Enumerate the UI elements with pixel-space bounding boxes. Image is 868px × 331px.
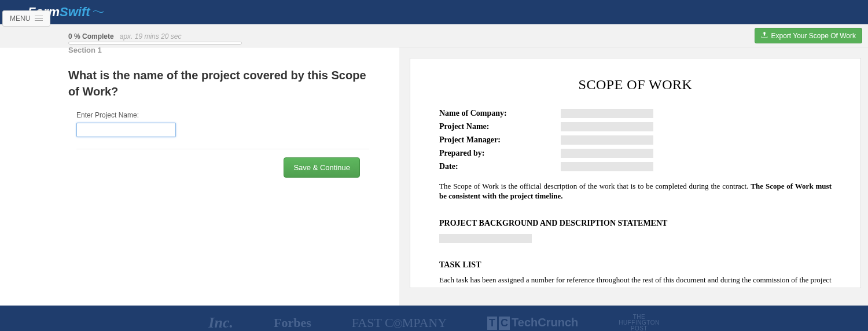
share-icon [761, 31, 768, 40]
progress-text: 0 % Complete apx. 19 mins 20 sec [68, 32, 370, 41]
footer-logo-inc: Inc. [208, 314, 233, 331]
doc-section-blank [439, 234, 532, 243]
progress-pct: 0 % Complete [68, 32, 114, 41]
document-preview[interactable]: SCOPE OF WORK Name of Company: Project N… [410, 58, 861, 288]
doc-section-heading: PROJECT BACKGROUND AND DESCRIPTION STATE… [439, 219, 832, 228]
hamburger-icon [35, 16, 43, 21]
field-label: Enter Project Name: [76, 111, 369, 119]
divider [76, 149, 369, 149]
form-pane: 0 % Complete apx. 19 mins 20 sec Section… [0, 47, 399, 306]
doc-field-label: Date: [439, 162, 561, 171]
section-label: Section 1 [68, 46, 370, 54]
tc-prefix-1: T [487, 317, 497, 330]
footer-logo-fastcompany: FAST COMPANY [352, 315, 447, 330]
doc-task-intro: Each task has been assigned a number for… [439, 275, 832, 285]
footer-fast-2: MPANY [402, 315, 447, 330]
doc-field-row: Prepared by: [439, 149, 832, 158]
progress-eta: apx. 19 mins 20 sec [120, 32, 182, 41]
doc-field-blank [561, 162, 653, 171]
preview-pane: SCOPE OF WORK Name of Company: Project N… [399, 47, 868, 306]
footer-logo-huffpost: THE HUFFINGTON POST [619, 314, 659, 331]
export-label: Export Your Scope Of Work [771, 32, 856, 40]
doc-field-label: Prepared by: [439, 149, 561, 158]
doc-title: SCOPE OF WORK [439, 77, 832, 93]
huff-3: POST [619, 326, 659, 331]
doc-field-label: Project Manager: [439, 135, 561, 145]
doc-field-row: Date: [439, 162, 832, 171]
doc-field-label: Project Name: [439, 122, 561, 131]
tc-text: TechCrunch [512, 316, 578, 329]
footer-logo-techcrunch: TCTechCrunch [487, 316, 578, 330]
doc-section-heading: TASK LIST [439, 260, 832, 270]
main-area: 0 % Complete apx. 19 mins 20 sec Section… [0, 47, 868, 306]
export-button[interactable]: Export Your Scope Of Work [755, 28, 862, 43]
question-heading: What is the name of the project covered … [68, 67, 369, 100]
progress-area: 0 % Complete apx. 19 mins 20 sec Section… [68, 30, 370, 54]
doc-field-row: Name of Company: [439, 109, 832, 118]
doc-field-blank [561, 135, 653, 145]
doc-field-row: Project Manager: [439, 135, 832, 145]
project-name-input[interactable] [76, 123, 176, 137]
progress-bar [68, 42, 242, 45]
doc-field-blank [561, 149, 653, 158]
doc-field-row: Project Name: [439, 122, 832, 131]
save-continue-button[interactable]: Save & Continue [284, 157, 360, 178]
menu-label: MENU [10, 14, 30, 23]
doc-intro: The Scope of Work is the official descri… [439, 182, 832, 201]
footer-fast-1: FAST C [352, 315, 393, 330]
field-group: Enter Project Name: Save & Continue [68, 111, 369, 149]
doc-field-blank [561, 109, 653, 118]
menu-button[interactable]: MENU [2, 10, 50, 27]
doc-field-blank [561, 122, 653, 131]
footer: Inc. Forbes FAST COMPANY TCTechCrunch TH… [0, 306, 868, 331]
footer-logo-forbes: Forbes [274, 315, 311, 330]
doc-field-label: Name of Company: [439, 109, 561, 118]
top-header: FormSwift [0, 0, 868, 24]
brand-part2: Swift [60, 5, 90, 19]
tc-prefix-2: C [499, 317, 510, 330]
doc-intro-plain: The Scope of Work is the official descri… [439, 182, 751, 190]
